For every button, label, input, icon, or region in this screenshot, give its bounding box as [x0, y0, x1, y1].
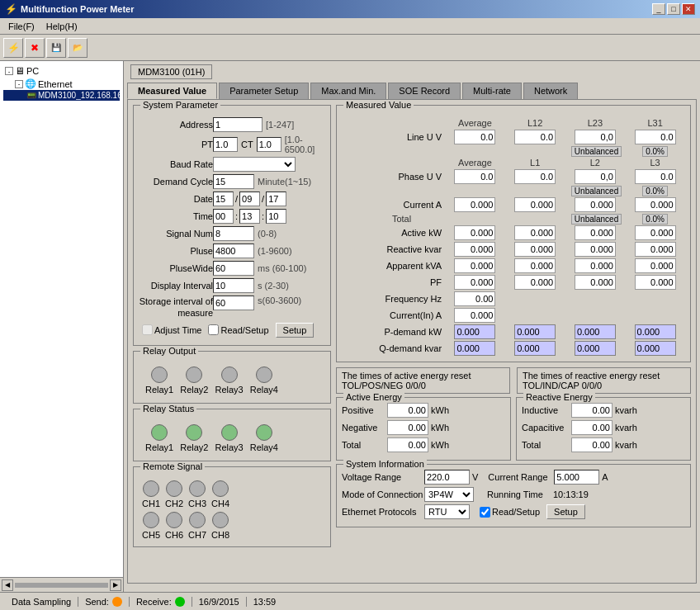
- scroll-left[interactable]: ◀: [2, 579, 13, 591]
- tab-measured-value[interactable]: Measured Value: [127, 83, 217, 99]
- time-s-input[interactable]: [266, 209, 286, 224]
- unbalanced-current-label: Unbalanced: [571, 214, 622, 225]
- plusewide-input[interactable]: [213, 261, 254, 276]
- baud-rate-select[interactable]: [213, 157, 296, 172]
- setup-button[interactable]: Setup: [276, 323, 315, 338]
- p-demand-l1[interactable]: [514, 324, 556, 339]
- sidebar-scrollbar[interactable]: ◀ ▶: [0, 577, 123, 592]
- demand-cycle-input[interactable]: [213, 174, 254, 189]
- current-l1[interactable]: [514, 197, 556, 212]
- storage-interval-input[interactable]: [213, 296, 254, 310]
- phase-u-l1[interactable]: [514, 169, 556, 184]
- menu-file[interactable]: File(F): [3, 21, 40, 32]
- current-l3[interactable]: [635, 197, 676, 212]
- pf-l3[interactable]: [635, 275, 676, 290]
- apparent-l3[interactable]: [635, 258, 676, 273]
- minimize-button[interactable]: _: [652, 3, 665, 15]
- close-button[interactable]: ✕: [682, 3, 695, 15]
- mode-select[interactable]: 3P4W: [424, 487, 474, 502]
- reactive-total-value[interactable]: [571, 437, 612, 452]
- date-m-input[interactable]: [239, 192, 260, 206]
- reactive-inductive-value[interactable]: [571, 403, 612, 418]
- maximize-button[interactable]: □: [667, 3, 680, 15]
- pf-l1[interactable]: [514, 275, 556, 290]
- phase-u-l2[interactable]: [575, 169, 616, 184]
- scroll-right[interactable]: ▶: [110, 579, 121, 591]
- active-total[interactable]: [454, 225, 495, 240]
- voltage-range-input[interactable]: [424, 470, 470, 485]
- current-avg[interactable]: [454, 197, 495, 212]
- current-l2[interactable]: [575, 197, 616, 212]
- time-m-input[interactable]: [239, 209, 260, 224]
- p-demand-total[interactable]: [454, 324, 495, 339]
- ct-input[interactable]: [257, 137, 281, 152]
- read-setup-checkbox[interactable]: [208, 324, 219, 335]
- pf-total[interactable]: [454, 275, 495, 290]
- reactive-l2[interactable]: [575, 242, 616, 257]
- reactive-total-unit: kvarh: [615, 440, 637, 450]
- pluse-input[interactable]: [213, 244, 254, 258]
- active-l2[interactable]: [575, 225, 616, 240]
- expand-ethernet[interactable]: -: [15, 80, 23, 88]
- app-icon: ⚡: [5, 3, 17, 15]
- display-interval-input[interactable]: [213, 278, 254, 293]
- tab-max-min[interactable]: Max.and Min.: [310, 83, 386, 99]
- reactive-l3[interactable]: [635, 242, 676, 257]
- toolbar-btn-2[interactable]: 💾: [46, 38, 66, 58]
- tab-soe-record[interactable]: SOE Record: [388, 83, 461, 99]
- active-l1[interactable]: [514, 225, 556, 240]
- tree-device[interactable]: 📟 MDM3100_192.168.16.120: [3, 90, 120, 101]
- active-negative-row: Negative kWh: [342, 420, 505, 435]
- date-y-input[interactable]: [266, 192, 286, 206]
- sys-setup-button[interactable]: Setup: [546, 504, 585, 519]
- tab-parameter-setup[interactable]: Parameter Setup: [219, 83, 309, 99]
- toolbar-btn-3[interactable]: 📂: [68, 38, 88, 58]
- phase-u-avg[interactable]: [454, 169, 495, 184]
- ethernet-protocols-select[interactable]: RTU: [424, 504, 470, 519]
- q-demand-l2[interactable]: [575, 341, 616, 356]
- active-positive-value[interactable]: [387, 403, 428, 418]
- expand-pc[interactable]: -: [5, 67, 13, 75]
- tree-ethernet[interactable]: - 🌐 Ethernet: [3, 78, 120, 90]
- toolbar-btn-1[interactable]: ✖: [25, 38, 45, 58]
- active-l3[interactable]: [635, 225, 676, 240]
- p-demand-l3[interactable]: [635, 324, 676, 339]
- phase-u-l3[interactable]: [635, 169, 676, 184]
- tab-multi-rate[interactable]: Multi-rate: [462, 83, 522, 99]
- date-d-input[interactable]: [213, 192, 234, 206]
- menu-help[interactable]: Help(H): [41, 21, 83, 32]
- frequency-value[interactable]: [454, 291, 495, 306]
- tree-pc[interactable]: - 🖥 PC: [3, 64, 120, 78]
- current-range-input[interactable]: [554, 470, 599, 485]
- reactive-l1[interactable]: [514, 242, 556, 257]
- signal-num-input[interactable]: [213, 226, 254, 241]
- q-demand-total[interactable]: [454, 341, 495, 356]
- apparent-l1[interactable]: [514, 258, 556, 273]
- window-title: Multifunction Power Meter: [21, 4, 135, 14]
- adjust-time-checkbox[interactable]: [142, 324, 153, 335]
- ethernet-row: Ethernet Protocols RTU Read/Setup Setup: [342, 504, 685, 519]
- reactive-capacitive-value[interactable]: [571, 420, 612, 435]
- line-u-l23[interactable]: [575, 130, 616, 144]
- active-total-value[interactable]: [387, 437, 428, 452]
- baud-rate-label: Baud Rate: [139, 159, 213, 169]
- address-input[interactable]: [213, 117, 262, 132]
- p-demand-l2[interactable]: [575, 324, 616, 339]
- sys-read-setup-checkbox[interactable]: [480, 507, 490, 518]
- q-demand-l1[interactable]: [514, 341, 556, 356]
- q-demand-l3[interactable]: [635, 341, 676, 356]
- current-in-value[interactable]: [454, 308, 495, 323]
- apparent-total[interactable]: [454, 258, 495, 273]
- apparent-l2[interactable]: [575, 258, 616, 273]
- tab-network[interactable]: Network: [523, 83, 578, 99]
- pf-l2[interactable]: [575, 275, 616, 290]
- line-u-avg[interactable]: [454, 130, 495, 144]
- line-u-l12[interactable]: [514, 130, 556, 144]
- toolbar-btn-0[interactable]: ⚡: [3, 38, 23, 58]
- line-u-l31[interactable]: [635, 130, 676, 144]
- col-header-l12: L12: [505, 117, 565, 129]
- reactive-total[interactable]: [454, 242, 495, 257]
- active-negative-value[interactable]: [387, 420, 428, 435]
- time-h-input[interactable]: [213, 209, 234, 224]
- pt-input[interactable]: [213, 137, 238, 152]
